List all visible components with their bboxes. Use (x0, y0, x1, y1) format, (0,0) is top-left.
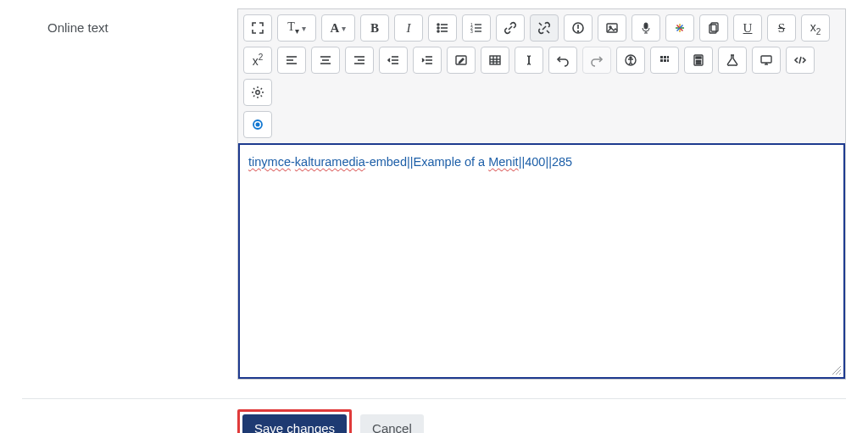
svg-point-4 (437, 31, 439, 32)
cancel-button[interactable]: Cancel (360, 414, 424, 433)
chevron-down-icon: ▾ (342, 24, 346, 33)
files-icon (707, 21, 721, 35)
editor-text-segment: -embed||Example of a (365, 155, 488, 169)
svg-rect-44 (490, 56, 500, 64)
flask-icon (726, 53, 739, 67)
svg-rect-65 (761, 56, 771, 63)
code-button[interactable] (786, 47, 815, 74)
underline-icon: U (743, 21, 753, 36)
text-cursor-icon (522, 53, 536, 67)
online-text-label: Online text (22, 8, 237, 380)
font-icon: A (331, 21, 340, 36)
font-style-dropdown[interactable]: A ▾ (321, 14, 355, 42)
files-button[interactable] (699, 14, 728, 42)
svg-point-61 (699, 60, 701, 62)
align-left-icon (285, 53, 298, 67)
editor-content[interactable]: tinymce-kalturamedia-embed||Example of a… (240, 145, 843, 180)
online-text-field: T▾ ▾ A ▾ B I (237, 8, 846, 380)
table-button[interactable] (481, 47, 509, 74)
svg-rect-52 (664, 56, 666, 58)
resize-grip[interactable] (830, 364, 842, 375)
unlink-button[interactable] (530, 14, 559, 42)
align-right-icon (353, 53, 366, 67)
text-cursor-button[interactable] (515, 47, 543, 74)
svg-rect-54 (660, 59, 663, 62)
svg-text:3: 3 (470, 29, 473, 34)
paragraph-icon: T▾ (287, 20, 299, 36)
accessibility-button[interactable] (616, 47, 645, 74)
svg-line-74 (839, 373, 841, 375)
indent-icon (420, 53, 434, 67)
grid-icon (658, 53, 671, 67)
outdent-button[interactable] (379, 47, 408, 74)
editor-toolbar-row-2: x2 (238, 47, 845, 111)
svg-point-69 (256, 91, 259, 94)
svg-point-0 (437, 24, 439, 25)
unlink-icon (537, 21, 551, 35)
svg-rect-51 (660, 56, 663, 58)
gear-button[interactable] (243, 79, 272, 106)
calculator-button[interactable] (684, 47, 713, 74)
align-center-button[interactable] (311, 47, 340, 74)
strikethrough-button[interactable]: S (767, 14, 796, 42)
nolink-icon (571, 21, 585, 35)
svg-rect-53 (667, 56, 669, 58)
svg-line-13 (547, 31, 549, 33)
numbered-list-button[interactable]: 123 (462, 14, 491, 42)
save-button-highlight: Save changes (237, 409, 352, 433)
superscript-button[interactable]: x2 (243, 47, 272, 74)
svg-rect-56 (667, 59, 669, 62)
nolink-button[interactable] (564, 14, 593, 42)
editor-toolbar-row-3 (238, 111, 845, 143)
edit-icon (454, 53, 468, 67)
record-button[interactable] (243, 111, 272, 138)
bullet-list-button[interactable] (428, 14, 457, 42)
italic-button[interactable]: I (394, 14, 423, 42)
svg-point-64 (699, 63, 701, 64)
gear-icon (251, 86, 264, 99)
fullscreen-button[interactable] (243, 14, 272, 42)
code-icon (793, 53, 807, 67)
svg-rect-19 (644, 23, 648, 29)
subscript-button[interactable]: x2 (801, 14, 830, 42)
editor-toolbar-row-1: T▾ ▾ A ▾ B I (238, 9, 845, 47)
redo-icon (590, 53, 604, 67)
sparkle-button[interactable] (665, 14, 694, 42)
rich-text-editor: T▾ ▾ A ▾ B I (237, 8, 846, 380)
bold-icon: B (370, 21, 379, 36)
record-icon (251, 118, 264, 131)
indent-button[interactable] (413, 47, 442, 74)
link-icon (504, 21, 517, 35)
svg-point-71 (256, 123, 259, 125)
numbered-list-icon: 123 (470, 21, 483, 35)
flask-button[interactable] (718, 47, 747, 74)
monitor-icon (760, 53, 773, 67)
align-left-button[interactable] (277, 47, 306, 74)
editor-text-segment: ||400||285 (519, 155, 572, 169)
underline-button[interactable]: U (733, 14, 762, 42)
link-button[interactable] (496, 14, 525, 42)
editor-text-segment: tinymce (248, 155, 291, 169)
editor-content-area[interactable]: tinymce-kalturamedia-embed||Example of a… (238, 143, 845, 379)
bullet-list-icon (436, 21, 449, 35)
paragraph-style-dropdown[interactable]: T▾ ▾ (277, 14, 316, 42)
editor-text-segment: kalturamedia (295, 155, 365, 169)
bold-button[interactable]: B (360, 14, 389, 42)
editor-text-segment: Menit (488, 155, 518, 169)
redo-button[interactable] (582, 47, 611, 74)
image-button[interactable] (598, 14, 626, 42)
table-icon (488, 53, 502, 67)
edit-button[interactable] (447, 47, 476, 74)
align-right-button[interactable] (345, 47, 374, 74)
microphone-button[interactable] (632, 14, 660, 42)
undo-icon (556, 53, 570, 67)
svg-rect-55 (664, 59, 666, 62)
svg-line-12 (539, 23, 542, 25)
accessibility-icon (624, 53, 637, 67)
grid-button[interactable] (650, 47, 679, 74)
save-changes-button[interactable]: Save changes (242, 414, 347, 433)
undo-button[interactable] (548, 47, 577, 74)
form-button-row: Save changes Cancel (0, 399, 868, 433)
mic-icon (639, 21, 653, 35)
monitor-button[interactable] (752, 47, 781, 74)
